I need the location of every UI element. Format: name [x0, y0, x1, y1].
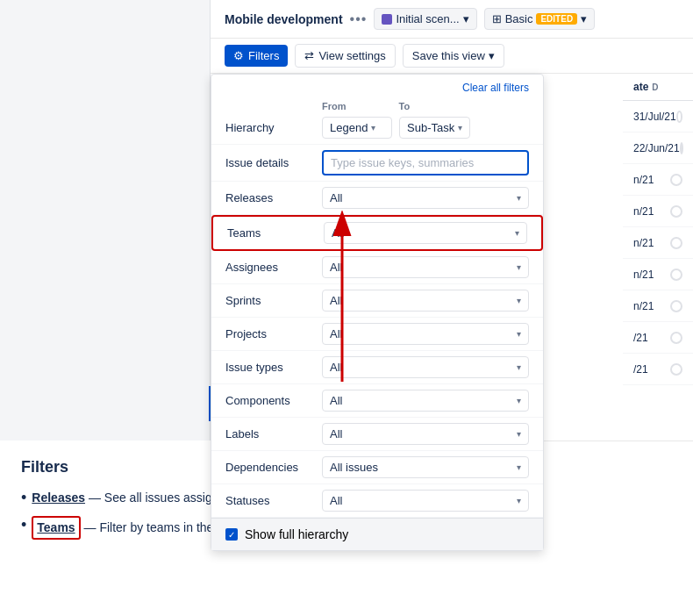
- labels-select[interactable]: All ▾: [322, 423, 529, 445]
- releases-select[interactable]: All ▾: [322, 187, 529, 209]
- chevron-down-icon: ▾: [517, 396, 521, 405]
- status-dot: [670, 300, 682, 312]
- assignees-select[interactable]: All ▾: [322, 256, 529, 278]
- releases-filter-row: Releases All ▾: [211, 182, 543, 215]
- chevron-down-icon: ▾: [517, 496, 521, 505]
- filter-panel-header: Clear all filters: [211, 75, 543, 97]
- bullet-dot: •: [21, 490, 26, 505]
- show-hierarchy-checkbox[interactable]: [225, 528, 238, 541]
- save-view-button[interactable]: Save this view ▾: [403, 44, 504, 68]
- filters-button[interactable]: ⚙ Filters: [225, 45, 288, 67]
- to-header-label: To: [399, 101, 411, 111]
- scenario-icon: [382, 14, 392, 25]
- date-row: n/21: [623, 290, 693, 322]
- date-row: 31/Jul/21: [623, 101, 693, 133]
- components-select[interactable]: All ▾: [322, 390, 529, 412]
- teams-select[interactable]: All ▾: [324, 222, 527, 244]
- projects-filter-row: Projects All ▾: [211, 318, 543, 351]
- status-dot: [670, 363, 682, 376]
- hierarchy-label: Hierarchy: [225, 121, 322, 134]
- date-value: n/21: [633, 205, 654, 218]
- hierarchy-from-select[interactable]: Legend ▾: [322, 117, 392, 139]
- statuses-filter-row: Statuses All ▾: [211, 484, 543, 518]
- assignees-value: All: [330, 261, 342, 274]
- issue-details-input[interactable]: [322, 150, 529, 175]
- releases-link[interactable]: Releases: [32, 491, 85, 505]
- view-mode-selector[interactable]: ⊞ Basic EDITED ▾: [484, 8, 595, 30]
- status-dot: [670, 237, 682, 249]
- scenario-selector[interactable]: Initial scen... ▾: [374, 8, 476, 30]
- date-row: /21: [623, 354, 693, 385]
- issue-types-select[interactable]: All ▾: [322, 356, 529, 378]
- filter-panel: Clear all filters From To Hierarchy Lege…: [211, 74, 544, 551]
- sprints-filter-row: Sprints All ▾: [211, 284, 543, 318]
- date-value: n/21: [633, 174, 654, 186]
- show-hierarchy-label: Show full hierarchy: [245, 527, 348, 541]
- labels-value: All: [330, 427, 342, 441]
- date-value: 31/Jul/21: [633, 111, 676, 123]
- statuses-select[interactable]: All ▾: [322, 490, 529, 512]
- chevron-down-icon: ▾: [489, 49, 495, 62]
- dependencies-label: Dependencies: [225, 461, 322, 474]
- dependencies-value: All issues: [330, 461, 378, 474]
- issue-details-filter-row: Issue details: [211, 145, 543, 182]
- filter-bar: ⚙ Filters ⇄ View settings Save this view…: [211, 39, 693, 74]
- releases-value: All: [330, 191, 342, 204]
- date-col-icon: D: [652, 82, 658, 92]
- date-value: /21: [633, 332, 648, 344]
- components-value: All: [330, 394, 342, 407]
- projects-label: Projects: [225, 327, 322, 340]
- status-dot: [680, 142, 683, 154]
- issue-types-filter-row: Issue types All ▾: [211, 351, 543, 384]
- clear-all-filters-link[interactable]: Clear all filters: [462, 82, 529, 94]
- date-value: n/21: [633, 300, 654, 312]
- view-mode-label: Basic: [505, 12, 533, 25]
- teams-filter-row: Teams All ▾: [211, 215, 543, 251]
- projects-select[interactable]: All ▾: [322, 323, 529, 345]
- statuses-label: Statuses: [225, 494, 322, 507]
- view-mode-icon: ⊞: [492, 12, 502, 25]
- dependencies-select[interactable]: All issues ▾: [322, 456, 529, 478]
- date-header: ate D: [623, 74, 693, 101]
- chevron-down-icon: ▾: [517, 462, 521, 472]
- date-row: 22/Jun/21: [623, 133, 693, 164]
- issue-details-label: Issue details: [225, 156, 322, 169]
- date-col-label: ate: [633, 81, 648, 93]
- dependencies-filter-row: Dependencies All issues ▾: [211, 451, 543, 484]
- hierarchy-filter-row: Hierarchy Legend ▾ Sub-Task ▾: [211, 111, 543, 145]
- assignees-label: Assignees: [225, 261, 322, 274]
- date-row: n/21: [623, 164, 693, 196]
- hierarchy-to-select[interactable]: Sub-Task ▾: [399, 117, 470, 139]
- teams-label: Teams: [227, 226, 324, 240]
- components-filter-row: Components All ▾: [211, 384, 543, 418]
- date-row: n/21: [623, 196, 693, 227]
- chevron-down-icon: ▾: [515, 228, 519, 238]
- sprints-select[interactable]: All ▾: [322, 290, 529, 312]
- view-settings-icon: ⇄: [304, 49, 314, 62]
- date-row: /21: [623, 322, 693, 354]
- sprints-label: Sprints: [225, 294, 322, 307]
- date-value: n/21: [633, 237, 654, 249]
- labels-label: Labels: [225, 427, 322, 441]
- toolbar: Mobile development ••• Initial scen... ▾…: [211, 0, 693, 39]
- components-label: Components: [225, 394, 322, 407]
- chevron-down-icon: ▾: [517, 329, 521, 339]
- teams-highlight-box: Teams: [32, 516, 80, 540]
- view-settings-label: View settings: [318, 49, 385, 62]
- chevron-down-icon: ▾: [517, 262, 521, 272]
- teams-link[interactable]: Teams: [37, 519, 75, 537]
- date-value: /21: [633, 363, 648, 376]
- releases-label: Releases: [225, 191, 322, 204]
- toolbar-dots[interactable]: •••: [350, 11, 368, 27]
- teams-value: All: [332, 226, 344, 240]
- chevron-down-icon: ▾: [517, 296, 521, 305]
- view-settings-button[interactable]: ⇄ View settings: [295, 44, 395, 68]
- project-name: Mobile development: [225, 12, 343, 26]
- filter-icon: ⚙: [233, 49, 244, 62]
- hierarchy-to-value: Sub-Task: [407, 121, 454, 134]
- issue-types-label: Issue types: [225, 361, 322, 374]
- chevron-down-icon: ▾: [517, 429, 521, 439]
- date-column: ate D 31/Jul/21 22/Jun/21 n/21 n/21 n/21…: [623, 74, 693, 385]
- assignees-filter-row: Assignees All ▾: [211, 251, 543, 284]
- chevron-down-icon: ▾: [371, 123, 375, 133]
